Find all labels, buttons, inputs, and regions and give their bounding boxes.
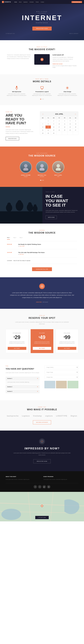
speaker-avatar-0 — [20, 161, 32, 173]
cal-cell[interactable]: 20 — [73, 126, 78, 128]
cal-day-we: WE — [51, 116, 56, 119]
schedule-pdf-btn[interactable]: DOWNLOAD FULL PDF — [32, 267, 52, 271]
price-btn-golden[interactable]: BUY TICKET — [58, 347, 76, 350]
sponsor-become-btn[interactable]: BECOME A SPONSOR — [33, 420, 51, 424]
cal-cell[interactable]: 8 — [46, 122, 51, 126]
cal-cell[interactable]: 2 — [51, 120, 56, 122]
cal-cell[interactable]: 10 — [57, 122, 62, 126]
footer-social: f t g+ in — [5, 483, 79, 488]
sch-content-0: Get Ready For Hybrid Thinking Future by … — [18, 244, 77, 247]
sch-tab-0[interactable]: Day 1 — [7, 237, 10, 240]
cal-next-arrow[interactable]: → — [74, 113, 76, 115]
cal-cell — [57, 132, 62, 135]
cal-cell[interactable]: 24 — [57, 129, 62, 132]
cal-cell[interactable]: 21 — [40, 129, 45, 132]
cal-cell[interactable]: 6 — [73, 120, 78, 122]
impressed-text: Lorem ipsum dolor sit amet consectetur a… — [13, 452, 71, 456]
nav-cta-btn[interactable]: REGISTER NOW — [72, 1, 82, 3]
gallery-thumb-1[interactable] — [44, 381, 55, 388]
cal-cell[interactable]: 5 — [68, 120, 73, 122]
cal-cell[interactable]: 26 — [68, 129, 73, 132]
cal-cell[interactable]: 3 — [57, 120, 62, 122]
gallery-select-1[interactable]: Image Gallery SoundCloud — [44, 366, 79, 369]
faq-q-0[interactable]: Section 1 + — [5, 376, 40, 380]
hero-register-btn[interactable]: REGISTER NOW — [32, 26, 52, 30]
social-linkedin[interactable]: in — [47, 485, 50, 488]
cal-cell[interactable]: 11 — [62, 122, 67, 126]
cal-cell[interactable] — [40, 120, 45, 122]
incase-watch-btn[interactable]: WATCH NOW — [46, 216, 57, 219]
faq-q-2[interactable]: Section 3 + — [5, 390, 40, 393]
cal-cell[interactable]: 7 — [40, 122, 45, 126]
gallery-select-3[interactable]: Google Map — [44, 375, 79, 379]
wisdom-dot-2[interactable] — [42, 180, 42, 181]
cal-cell[interactable]: 1 — [46, 120, 51, 122]
faq-arrow-2: + — [37, 390, 38, 392]
cal-prev-arrow[interactable]: ← — [42, 113, 44, 115]
cal-cell[interactable]: 25 — [62, 129, 67, 132]
cal-cell[interactable]: 27 — [73, 129, 78, 132]
dot-1[interactable] — [40, 99, 41, 100]
nav-tickets[interactable]: Tickets — [36, 2, 39, 2]
called-label: Called look overall — [53, 63, 77, 64]
cal-cell[interactable]: 14 — [40, 126, 45, 128]
svg-point-24 — [42, 286, 42, 287]
sch-speaker-1: by Jane Doe — [18, 254, 77, 255]
sponsors-section: THANK YOU WHO MAKE IT POSSIBLE lautsprec… — [0, 400, 84, 430]
incase-img — [0, 187, 42, 224]
cal-cell[interactable]: 19 — [68, 126, 73, 128]
cal-cell[interactable]: 18 — [62, 126, 67, 128]
play-button[interactable] — [40, 58, 44, 61]
sch-tab-1[interactable]: Day 2 — [13, 237, 16, 240]
gallery-thumb-2[interactable] — [56, 381, 67, 388]
gallery-select-2[interactable]: Single Image — [44, 370, 79, 374]
cal-cell[interactable]: 12 — [68, 122, 73, 126]
faq-q-1[interactable]: Section 2 + — [5, 385, 40, 389]
sch-tab-2[interactable]: Day 3 — [20, 237, 22, 240]
design-icon — [66, 86, 69, 90]
dot-2[interactable] — [42, 99, 42, 100]
speaker-1: WATHIN YOU Developer — [36, 161, 48, 177]
cal-cell[interactable]: 17 — [57, 126, 62, 128]
impressed-register-btn[interactable]: REGISTER NOW — [33, 459, 51, 463]
nav-logo-icon: E — [2, 1, 4, 3]
schedule-label: AGENDA — [7, 230, 77, 231]
hero-date-right: BERLIN, GERMANY — [69, 33, 79, 34]
social-facebook[interactable]: f — [34, 485, 37, 488]
hero-dates: 19 FEBRUARY 2015 BERLIN, GERMANY — [3, 33, 81, 34]
faq-item-1: Section 2 + — [5, 385, 40, 389]
nav-schedule[interactable]: Schedule — [30, 2, 34, 2]
svg-rect-14 — [0, 211, 42, 224]
cal-cell[interactable]: 28 — [40, 132, 45, 135]
cal-cell[interactable]: 29 — [46, 132, 51, 135]
nav-about[interactable]: About — [19, 2, 21, 2]
nav-home[interactable]: Home — [14, 2, 17, 2]
nav-contact[interactable]: Contact — [41, 2, 44, 2]
quote-icon — [39, 284, 45, 289]
gallery-thumb-3[interactable] — [68, 381, 79, 388]
footer-col-1: Event Program Lorem ipsum dolor sit amet… — [43, 476, 79, 480]
sponsor-logo-5: Digion — [71, 415, 77, 417]
cal-cell[interactable]: 9 — [51, 122, 56, 126]
cal-cell[interactable]: 30 — [51, 132, 56, 135]
cal-cell-active[interactable]: 15 — [46, 126, 51, 128]
cal-cell[interactable]: 22 — [46, 129, 51, 132]
wisdom-dot-1[interactable] — [40, 180, 41, 181]
wisdom-dot-3[interactable] — [43, 180, 44, 181]
svg-rect-0 — [16, 86, 17, 88]
price-btn-silver[interactable]: BUY TICKET — [33, 347, 51, 350]
social-googleplus[interactable]: g+ — [43, 485, 46, 488]
massive-text-left: Vivamus nec. Consectetur adipiscing elit… — [7, 54, 31, 60]
dot-3[interactable] — [43, 99, 44, 100]
cal-cell[interactable]: 13 — [73, 122, 78, 126]
cal-cell[interactable]: 4 — [62, 120, 67, 122]
hero-section: WELCOME to the awesome INTERNET Conferen… — [0, 4, 84, 40]
cal-cell[interactable]: 16 — [51, 126, 56, 128]
social-twitter[interactable]: t — [38, 485, 41, 488]
wisdom-section: OUR SPEAKERS THE WISDOM SOURCE ANNUI DOU… — [0, 146, 84, 187]
price-btn-standard[interactable]: BUY TICKET — [8, 347, 26, 350]
nav-speakers[interactable]: Speakers — [23, 2, 28, 2]
svg-point-11 — [57, 164, 60, 168]
ready-register-btn[interactable]: REGISTER NOW — [5, 137, 19, 140]
cal-cell[interactable]: 23 — [51, 129, 56, 132]
